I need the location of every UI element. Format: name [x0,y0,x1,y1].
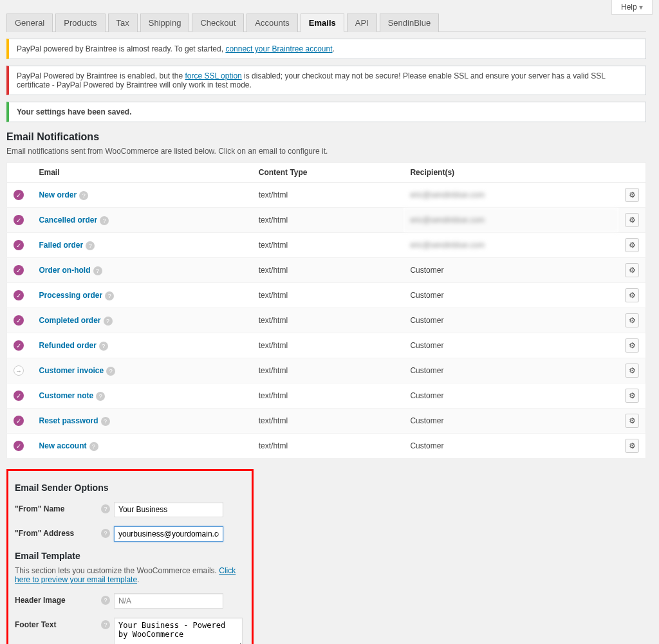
help-icon[interactable]: ? [99,342,108,351]
footer-text-label: Footer Text [15,618,98,629]
gear-icon[interactable]: ⚙ [625,313,639,327]
from-address-input[interactable] [114,526,223,542]
content-type: text/html [252,183,404,208]
email-link[interactable]: Reset password [39,416,98,425]
col-actions [618,163,646,183]
help-icon[interactable]: ? [100,216,109,225]
notice-text: PayPal Powered by Braintree is enabled, … [17,71,185,80]
email-link[interactable]: Cancelled order [39,216,98,225]
check-icon: ✓ [14,290,24,300]
tab-emails[interactable]: Emails [301,14,344,32]
email-link[interactable]: New order [39,190,77,199]
emails-table: Email Content Type Recipient(s) ✓New ord… [6,162,646,459]
gear-icon[interactable]: ⚙ [625,213,639,227]
from-name-label: "From" Name [15,502,98,513]
highlighted-section: Email Sender Options "From" Name ? "From… [6,469,254,644]
from-address-label: "From" Address [15,526,98,538]
email-link[interactable]: New account [39,441,87,450]
settings-tabs: GeneralProductsTaxShippingCheckoutAccoun… [6,13,646,32]
section-description: Email notifications sent from WooCommerc… [6,147,646,156]
help-icon[interactable]: ? [89,442,98,451]
help-icon[interactable]: ? [101,504,110,513]
desc-text: This section lets you customize the WooC… [15,566,219,575]
arrow-icon: → [14,365,24,376]
recipient: eric@sendinblue.com [404,208,618,233]
tab-sendinblue[interactable]: SendinBlue [380,14,440,32]
help-icon[interactable]: ? [101,620,110,629]
template-description: This section lets you customize the WooC… [15,566,245,584]
footer-text-input[interactable]: Your Business - Powered by WooCommerce [114,618,243,644]
check-icon: ✓ [14,416,24,426]
email-link[interactable]: Customer note [39,391,94,400]
check-icon: ✓ [14,190,24,200]
email-sender-options-title: Email Sender Options [15,483,245,493]
gear-icon[interactable]: ⚙ [625,238,639,252]
help-icon[interactable]: ? [86,241,95,250]
recipient: Customer [404,258,618,283]
check-icon: ✓ [14,441,24,451]
gear-icon[interactable]: ⚙ [625,439,639,453]
gear-icon[interactable]: ⚙ [625,414,639,428]
tab-tax[interactable]: Tax [108,14,138,32]
from-name-input[interactable] [114,502,223,517]
recipient: eric@sendinblue.com [404,233,618,258]
check-icon: ✓ [14,215,24,225]
check-icon: ✓ [14,265,24,275]
table-row: ✓Failed order?text/htmleric@sendinblue.c… [7,233,646,258]
tab-products[interactable]: Products [55,14,105,32]
table-row: ✓Refunded order?text/htmlCustomer⚙ [7,333,646,358]
col-email: Email [33,163,252,183]
connect-braintree-link[interactable]: connect your Braintree account [225,44,332,53]
check-icon: ✓ [14,240,24,250]
recipient: Customer [404,333,618,358]
content-type: text/html [252,308,404,333]
help-icon[interactable]: ? [93,266,102,275]
email-link[interactable]: Completed order [39,316,101,325]
table-row: ✓New account?text/htmlCustomer⚙ [7,434,646,459]
tab-accounts[interactable]: Accounts [246,14,297,32]
content-type: text/html [252,434,404,459]
gear-icon[interactable]: ⚙ [625,338,639,353]
email-link[interactable]: Customer invoice [39,366,104,375]
help-icon[interactable]: ? [106,367,115,376]
content-type: text/html [252,333,404,358]
email-link[interactable]: Failed order [39,241,84,250]
header-image-label: Header Image [15,593,98,605]
email-link[interactable]: Order on-hold [39,266,91,275]
help-icon[interactable]: ? [101,417,110,426]
content-type: text/html [252,208,404,233]
gear-icon[interactable]: ⚙ [625,389,639,403]
help-icon[interactable]: ? [101,596,110,605]
notice-text: . [333,44,335,53]
content-type: text/html [252,233,404,258]
recipient: Customer [404,308,618,333]
table-row: →Customer invoice?text/htmlCustomer⚙ [7,358,646,383]
force-ssl-link[interactable]: force SSL option [185,71,242,80]
recipient: Customer [404,383,618,409]
help-icon[interactable]: ? [96,392,105,401]
gear-icon[interactable]: ⚙ [625,263,639,277]
tab-api[interactable]: API [347,14,377,32]
email-link[interactable]: Refunded order [39,341,97,350]
content-type: text/html [252,258,404,283]
help-tab[interactable]: Help [611,0,653,15]
email-link[interactable]: Processing order [39,291,103,300]
notice-settings-saved: Your settings have been saved. [6,102,646,122]
tab-checkout[interactable]: Checkout [192,14,244,32]
notice-text: PayPal powered by Braintree is almost re… [17,44,225,53]
help-icon[interactable]: ? [101,529,110,538]
col-content-type: Content Type [252,163,404,183]
help-icon[interactable]: ? [105,291,114,300]
table-row: ✓Customer note?text/htmlCustomer⚙ [7,383,646,409]
help-icon[interactable]: ? [104,317,113,326]
gear-icon[interactable]: ⚙ [625,363,639,378]
gear-icon[interactable]: ⚙ [625,288,639,302]
help-icon[interactable]: ? [79,191,88,200]
tab-shipping[interactable]: Shipping [140,14,190,32]
header-image-input[interactable] [114,593,223,609]
gear-icon[interactable]: ⚙ [625,188,639,202]
tab-general[interactable]: General [6,14,53,32]
recipient: Customer [404,434,618,459]
recipient: eric@sendinblue.com [404,183,618,208]
table-row: ✓Completed order?text/htmlCustomer⚙ [7,308,646,333]
